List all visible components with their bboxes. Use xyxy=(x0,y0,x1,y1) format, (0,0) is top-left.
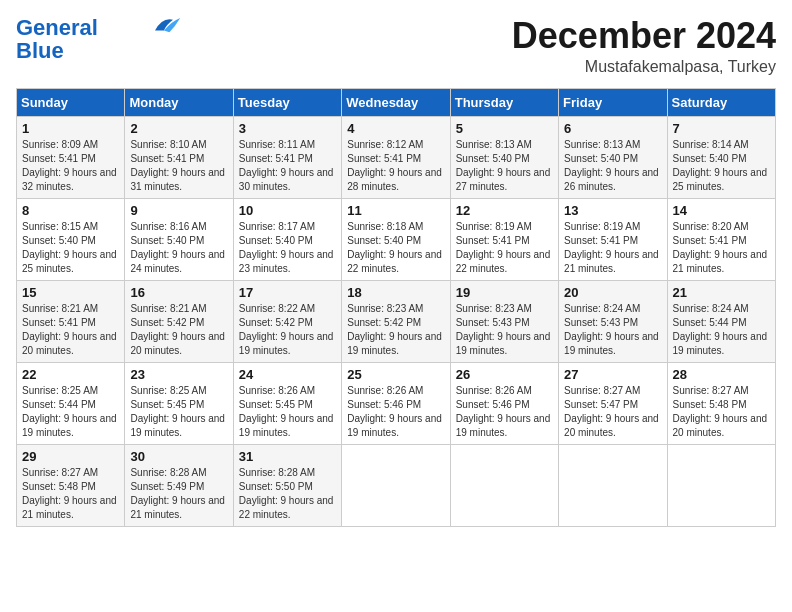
day-number: 3 xyxy=(239,121,336,136)
calendar-cell: 25Sunrise: 8:26 AMSunset: 5:46 PMDayligh… xyxy=(342,362,450,444)
day-info: Sunrise: 8:21 AMSunset: 5:41 PMDaylight:… xyxy=(22,302,119,358)
weekday-header-monday: Monday xyxy=(125,88,233,116)
day-number: 6 xyxy=(564,121,661,136)
day-number: 5 xyxy=(456,121,553,136)
day-number: 28 xyxy=(673,367,770,382)
day-number: 1 xyxy=(22,121,119,136)
day-info: Sunrise: 8:14 AMSunset: 5:40 PMDaylight:… xyxy=(673,138,770,194)
day-number: 2 xyxy=(130,121,227,136)
calendar-cell xyxy=(667,444,775,526)
calendar-cell: 18Sunrise: 8:23 AMSunset: 5:42 PMDayligh… xyxy=(342,280,450,362)
month-title: December 2024 xyxy=(512,16,776,56)
day-number: 25 xyxy=(347,367,444,382)
day-info: Sunrise: 8:26 AMSunset: 5:46 PMDaylight:… xyxy=(456,384,553,440)
day-info: Sunrise: 8:18 AMSunset: 5:40 PMDaylight:… xyxy=(347,220,444,276)
day-info: Sunrise: 8:25 AMSunset: 5:45 PMDaylight:… xyxy=(130,384,227,440)
day-info: Sunrise: 8:24 AMSunset: 5:44 PMDaylight:… xyxy=(673,302,770,358)
header: General Blue December 2024 Mustafakemalp… xyxy=(16,16,776,76)
day-info: Sunrise: 8:10 AMSunset: 5:41 PMDaylight:… xyxy=(130,138,227,194)
weekday-header-thursday: Thursday xyxy=(450,88,558,116)
day-number: 22 xyxy=(22,367,119,382)
calendar-cell: 3Sunrise: 8:11 AMSunset: 5:41 PMDaylight… xyxy=(233,116,341,198)
day-number: 12 xyxy=(456,203,553,218)
calendar-cell: 14Sunrise: 8:20 AMSunset: 5:41 PMDayligh… xyxy=(667,198,775,280)
day-number: 31 xyxy=(239,449,336,464)
calendar-cell: 23Sunrise: 8:25 AMSunset: 5:45 PMDayligh… xyxy=(125,362,233,444)
calendar-cell: 9Sunrise: 8:16 AMSunset: 5:40 PMDaylight… xyxy=(125,198,233,280)
calendar-cell: 26Sunrise: 8:26 AMSunset: 5:46 PMDayligh… xyxy=(450,362,558,444)
day-info: Sunrise: 8:23 AMSunset: 5:42 PMDaylight:… xyxy=(347,302,444,358)
calendar-cell: 10Sunrise: 8:17 AMSunset: 5:40 PMDayligh… xyxy=(233,198,341,280)
day-info: Sunrise: 8:28 AMSunset: 5:49 PMDaylight:… xyxy=(130,466,227,522)
day-info: Sunrise: 8:26 AMSunset: 5:45 PMDaylight:… xyxy=(239,384,336,440)
day-info: Sunrise: 8:16 AMSunset: 5:40 PMDaylight:… xyxy=(130,220,227,276)
day-info: Sunrise: 8:19 AMSunset: 5:41 PMDaylight:… xyxy=(564,220,661,276)
calendar-cell: 17Sunrise: 8:22 AMSunset: 5:42 PMDayligh… xyxy=(233,280,341,362)
calendar-cell: 27Sunrise: 8:27 AMSunset: 5:47 PMDayligh… xyxy=(559,362,667,444)
day-number: 15 xyxy=(22,285,119,300)
calendar-cell: 5Sunrise: 8:13 AMSunset: 5:40 PMDaylight… xyxy=(450,116,558,198)
day-info: Sunrise: 8:28 AMSunset: 5:50 PMDaylight:… xyxy=(239,466,336,522)
logo: General Blue xyxy=(16,16,182,62)
day-info: Sunrise: 8:22 AMSunset: 5:42 PMDaylight:… xyxy=(239,302,336,358)
day-number: 18 xyxy=(347,285,444,300)
day-number: 24 xyxy=(239,367,336,382)
day-number: 30 xyxy=(130,449,227,464)
logo-bird-icon xyxy=(146,12,182,40)
day-number: 16 xyxy=(130,285,227,300)
calendar-cell: 6Sunrise: 8:13 AMSunset: 5:40 PMDaylight… xyxy=(559,116,667,198)
day-number: 20 xyxy=(564,285,661,300)
day-number: 11 xyxy=(347,203,444,218)
day-number: 10 xyxy=(239,203,336,218)
day-info: Sunrise: 8:17 AMSunset: 5:40 PMDaylight:… xyxy=(239,220,336,276)
day-number: 21 xyxy=(673,285,770,300)
day-number: 7 xyxy=(673,121,770,136)
weekday-header-saturday: Saturday xyxy=(667,88,775,116)
day-number: 23 xyxy=(130,367,227,382)
title-block: December 2024 Mustafakemalpasa, Turkey xyxy=(512,16,776,76)
weekday-header-sunday: Sunday xyxy=(17,88,125,116)
day-info: Sunrise: 8:20 AMSunset: 5:41 PMDaylight:… xyxy=(673,220,770,276)
logo-text: General xyxy=(16,17,98,39)
day-info: Sunrise: 8:19 AMSunset: 5:41 PMDaylight:… xyxy=(456,220,553,276)
day-info: Sunrise: 8:12 AMSunset: 5:41 PMDaylight:… xyxy=(347,138,444,194)
calendar-cell: 19Sunrise: 8:23 AMSunset: 5:43 PMDayligh… xyxy=(450,280,558,362)
calendar-cell: 31Sunrise: 8:28 AMSunset: 5:50 PMDayligh… xyxy=(233,444,341,526)
calendar-cell: 4Sunrise: 8:12 AMSunset: 5:41 PMDaylight… xyxy=(342,116,450,198)
logo-text-blue: Blue xyxy=(16,40,182,62)
day-info: Sunrise: 8:27 AMSunset: 5:48 PMDaylight:… xyxy=(22,466,119,522)
calendar-cell: 7Sunrise: 8:14 AMSunset: 5:40 PMDaylight… xyxy=(667,116,775,198)
day-info: Sunrise: 8:24 AMSunset: 5:43 PMDaylight:… xyxy=(564,302,661,358)
calendar-cell: 12Sunrise: 8:19 AMSunset: 5:41 PMDayligh… xyxy=(450,198,558,280)
day-number: 26 xyxy=(456,367,553,382)
day-info: Sunrise: 8:09 AMSunset: 5:41 PMDaylight:… xyxy=(22,138,119,194)
calendar-cell: 20Sunrise: 8:24 AMSunset: 5:43 PMDayligh… xyxy=(559,280,667,362)
calendar-cell: 1Sunrise: 8:09 AMSunset: 5:41 PMDaylight… xyxy=(17,116,125,198)
calendar-cell: 16Sunrise: 8:21 AMSunset: 5:42 PMDayligh… xyxy=(125,280,233,362)
weekday-header-wednesday: Wednesday xyxy=(342,88,450,116)
day-info: Sunrise: 8:27 AMSunset: 5:48 PMDaylight:… xyxy=(673,384,770,440)
calendar-cell: 15Sunrise: 8:21 AMSunset: 5:41 PMDayligh… xyxy=(17,280,125,362)
day-number: 8 xyxy=(22,203,119,218)
day-info: Sunrise: 8:23 AMSunset: 5:43 PMDaylight:… xyxy=(456,302,553,358)
day-info: Sunrise: 8:21 AMSunset: 5:42 PMDaylight:… xyxy=(130,302,227,358)
calendar-cell: 11Sunrise: 8:18 AMSunset: 5:40 PMDayligh… xyxy=(342,198,450,280)
calendar-table: SundayMondayTuesdayWednesdayThursdayFrid… xyxy=(16,88,776,527)
day-info: Sunrise: 8:25 AMSunset: 5:44 PMDaylight:… xyxy=(22,384,119,440)
calendar-cell xyxy=(559,444,667,526)
day-info: Sunrise: 8:13 AMSunset: 5:40 PMDaylight:… xyxy=(456,138,553,194)
weekday-header-friday: Friday xyxy=(559,88,667,116)
calendar-cell: 2Sunrise: 8:10 AMSunset: 5:41 PMDaylight… xyxy=(125,116,233,198)
calendar-cell: 24Sunrise: 8:26 AMSunset: 5:45 PMDayligh… xyxy=(233,362,341,444)
location-title: Mustafakemalpasa, Turkey xyxy=(512,58,776,76)
day-number: 27 xyxy=(564,367,661,382)
day-number: 14 xyxy=(673,203,770,218)
calendar-cell: 22Sunrise: 8:25 AMSunset: 5:44 PMDayligh… xyxy=(17,362,125,444)
calendar-cell xyxy=(342,444,450,526)
calendar-cell: 8Sunrise: 8:15 AMSunset: 5:40 PMDaylight… xyxy=(17,198,125,280)
day-info: Sunrise: 8:11 AMSunset: 5:41 PMDaylight:… xyxy=(239,138,336,194)
day-number: 17 xyxy=(239,285,336,300)
day-number: 9 xyxy=(130,203,227,218)
calendar-cell: 13Sunrise: 8:19 AMSunset: 5:41 PMDayligh… xyxy=(559,198,667,280)
day-info: Sunrise: 8:26 AMSunset: 5:46 PMDaylight:… xyxy=(347,384,444,440)
